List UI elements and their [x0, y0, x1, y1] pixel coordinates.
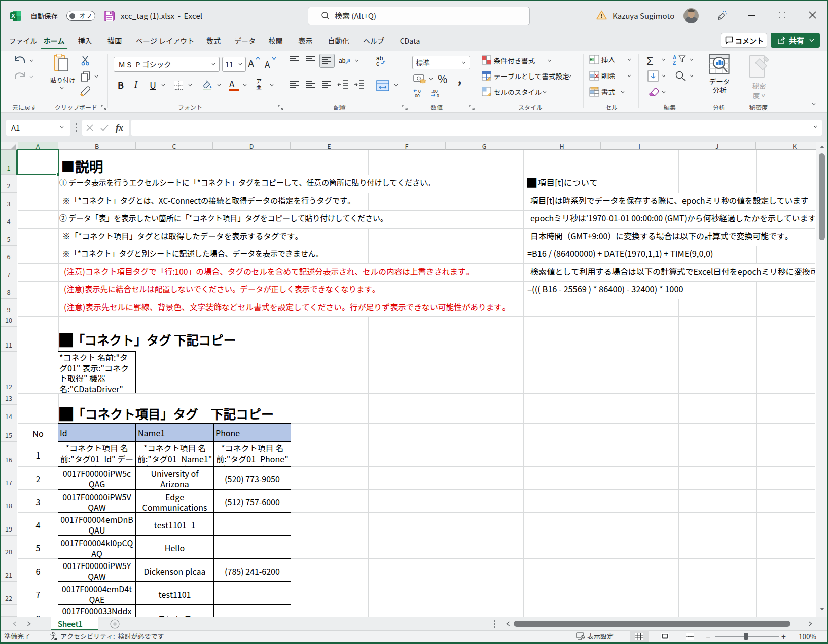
svg-text:.00: .00 [414, 93, 420, 98]
svg-text:c: c [376, 60, 379, 67]
svg-text:0: 0 [437, 93, 439, 98]
svg-text:X: X [11, 13, 15, 19]
svg-text:Z: Z [673, 60, 676, 65]
svg-text:ab: ab [339, 57, 346, 64]
svg-text:A: A [673, 55, 676, 60]
